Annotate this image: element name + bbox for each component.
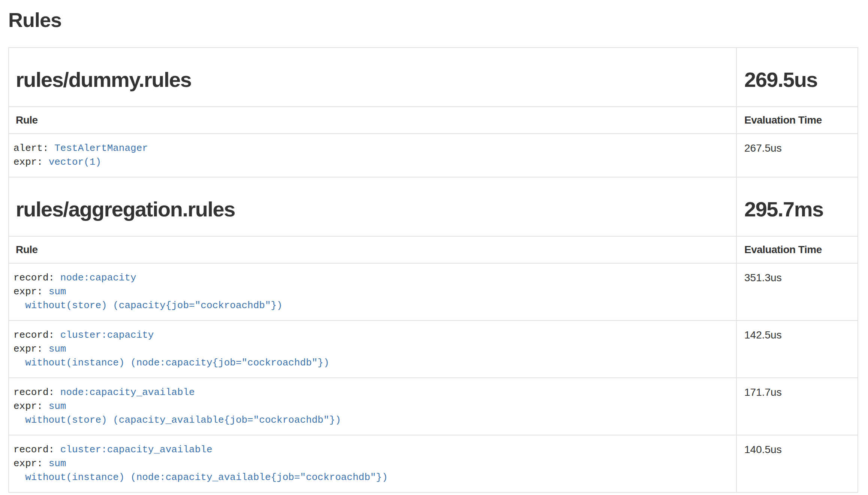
rule-name-link[interactable]: node:capacity_available <box>60 387 195 398</box>
rule-definition: record: node:capacity_available expr: su… <box>9 378 736 435</box>
rule-group-title: rules/aggregation.rules <box>16 197 733 221</box>
rule-eval-time: 140.5us <box>737 435 858 492</box>
rule-group-name-cell: rules/dummy.rules <box>9 48 736 106</box>
rule-row: record: node:capacity_available expr: su… <box>9 378 858 435</box>
rules-page: Rules rules/dummy.rules 269.5us Rule Eva… <box>0 0 868 493</box>
rules-table-body: rules/dummy.rules 269.5us Rule Evaluatio… <box>9 48 858 492</box>
eval-time-column-header: Evaluation Time <box>737 237 858 263</box>
column-header-row: Rule Evaluation Time <box>9 237 858 263</box>
rule-eval-time: 142.5us <box>737 321 858 377</box>
rule-group-time-cell: 269.5us <box>737 48 858 106</box>
rules-table: rules/dummy.rules 269.5us Rule Evaluatio… <box>8 47 858 493</box>
rule-expr-label: expr: <box>13 401 43 412</box>
rule-name-link[interactable]: cluster:capacity <box>60 330 154 341</box>
rule-expr-link[interactable]: vector(1) <box>49 157 101 168</box>
rule-group-name-cell: rules/aggregation.rules <box>9 177 736 236</box>
rule-name-link[interactable]: node:capacity <box>60 272 136 283</box>
rule-kind-label: record: <box>13 330 54 341</box>
rule-name-link[interactable]: TestAlertManager <box>54 143 148 154</box>
rule-group-title: rules/dummy.rules <box>16 67 733 92</box>
rule-group-eval-time: 295.7ms <box>744 197 855 221</box>
rule-row: record: cluster:capacity_available expr:… <box>9 435 858 492</box>
rule-kind-label: record: <box>13 444 54 455</box>
rule-group-eval-time: 269.5us <box>744 67 855 92</box>
rule-eval-time: 351.3us <box>737 264 858 320</box>
rule-name-link[interactable]: cluster:capacity_available <box>60 444 213 455</box>
rule-definition: record: cluster:capacity_available expr:… <box>9 435 736 492</box>
rule-definition: record: cluster:capacity expr: sum witho… <box>9 321 736 377</box>
rule-group-header-row: rules/aggregation.rules 295.7ms <box>9 177 858 236</box>
rule-eval-time: 267.5us <box>737 134 858 177</box>
rule-definition: record: node:capacity expr: sum without(… <box>9 264 736 320</box>
rule-row: record: cluster:capacity expr: sum witho… <box>9 321 858 377</box>
rule-row: alert: TestAlertManager expr: vector(1) … <box>9 134 858 177</box>
rule-eval-time: 171.7us <box>737 378 858 435</box>
rule-column-header: Rule <box>9 237 736 263</box>
rule-row: record: node:capacity expr: sum without(… <box>9 264 858 320</box>
rule-cell: record: node:capacity expr: sum without(… <box>9 264 736 320</box>
rule-expr-label: expr: <box>13 286 43 297</box>
rule-expr-link[interactable]: sum without(instance) (node:capacity_ava… <box>13 458 388 483</box>
rule-expr-label: expr: <box>13 343 43 355</box>
rule-group-header-row: rules/dummy.rules 269.5us <box>9 48 858 106</box>
rule-group-time-cell: 295.7ms <box>737 177 858 236</box>
rule-expr-link[interactable]: sum without(store) (capacity_available{j… <box>13 401 341 426</box>
rule-cell: alert: TestAlertManager expr: vector(1) <box>9 134 736 177</box>
rule-expr-link[interactable]: sum without(store) (capacity{job="cockro… <box>13 286 283 311</box>
page-title: Rules <box>8 8 859 31</box>
rule-cell: record: node:capacity_available expr: su… <box>9 378 736 435</box>
rule-column-header: Rule <box>9 107 736 133</box>
column-header-row: Rule Evaluation Time <box>9 107 858 133</box>
rule-kind-label: alert: <box>13 143 49 154</box>
rule-expr-link[interactable]: sum without(instance) (node:capacity{job… <box>13 343 329 368</box>
rule-expr-label: expr: <box>13 458 43 469</box>
rule-expr-label: expr: <box>13 157 43 168</box>
rule-kind-label: record: <box>13 387 54 398</box>
rule-cell: record: cluster:capacity expr: sum witho… <box>9 321 736 377</box>
eval-time-column-header: Evaluation Time <box>737 107 858 133</box>
rule-kind-label: record: <box>13 272 54 283</box>
rule-cell: record: cluster:capacity_available expr:… <box>9 435 736 492</box>
rule-definition: alert: TestAlertManager expr: vector(1) <box>9 134 736 177</box>
